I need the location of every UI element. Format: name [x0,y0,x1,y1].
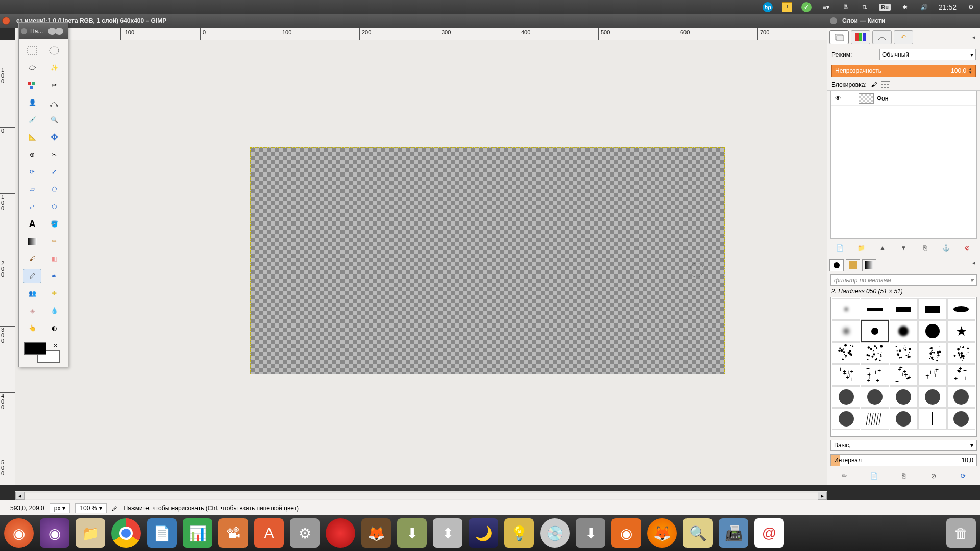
gradients-tab[interactable] [862,259,876,271]
brush-cell[interactable] [918,408,946,430]
hp-icon[interactable]: hp [763,2,773,12]
brush-cell[interactable] [861,342,889,364]
brush-cell[interactable] [890,408,918,430]
perspective-tool[interactable]: ⬠ [45,182,63,196]
brush-cell[interactable]: ++++++++ [947,364,975,386]
impress-icon[interactable]: 📽 [218,518,248,548]
layer-name[interactable]: Фон [877,95,888,102]
opacity-stepper[interactable]: ▲▼ [968,67,972,74]
layer-list[interactable]: 👁 Фон [830,91,977,239]
bucket-fill-tool[interactable]: 🪣 [45,217,63,231]
trash-icon[interactable]: 🗑 [946,518,976,548]
swap-colors-icon[interactable]: ⤭ [53,342,58,349]
power-icon[interactable]: ⚙ [966,2,976,12]
brush-cell[interactable] [918,298,946,320]
duplicate-brush-button[interactable]: ⎘ [898,470,909,482]
close-button[interactable] [2,17,10,25]
brush-category-select[interactable]: Basic,▾ [830,440,977,451]
brush-cell[interactable]: ++++++++ [861,364,889,386]
notification-icon[interactable]: ! [782,2,792,12]
measure-tool[interactable]: 📐 [23,130,41,144]
crop-tool[interactable]: ✂ [45,147,63,162]
dock-close-icon[interactable] [830,17,837,24]
delete-brush-button[interactable]: ⊘ [928,470,939,482]
brush-cell[interactable] [861,386,889,408]
blur-tool[interactable]: 💧 [45,304,63,318]
undo-tab[interactable]: ↶ [894,30,913,44]
rotate-tool[interactable]: ⟳ [23,165,41,179]
brush-cell[interactable] [832,298,860,320]
tor-browser-icon[interactable]: ◉ [40,518,69,548]
color-picker-tool[interactable]: 💉 [23,113,41,127]
scroll-track[interactable] [24,493,818,499]
foreground-color[interactable] [24,342,46,355]
brush-cell[interactable] [832,342,860,364]
duplicate-layer-button[interactable]: ⎘ [919,242,930,254]
usb-icon[interactable]: ⬍ [433,518,462,548]
brush-cell[interactable]: ++++++++ [890,364,918,386]
rect-select-tool[interactable] [23,43,41,58]
paintbrush-tool[interactable]: 🖌 [23,252,41,266]
smudge-tool[interactable]: 👆 [23,321,41,335]
brush-cell[interactable] [890,342,918,364]
brush-grid[interactable]: ★+++++++++++++++++++++++++++++++++++++++… [830,297,977,437]
reader-icon[interactable]: @ [754,518,784,548]
text-tool[interactable]: A [23,217,41,231]
brush-cell[interactable] [947,298,975,320]
opacity-slider[interactable]: Непрозрачность 100,0▲▼ [831,65,976,77]
brush-cell[interactable] [918,386,946,408]
brush-cell[interactable]: ++++++++ [832,364,860,386]
software-center-icon[interactable]: A [254,518,284,548]
volume-icon[interactable]: 🔊 [919,2,929,12]
interval-slider[interactable]: Интервал 10,0 [830,454,977,466]
brush-cell[interactable] [832,320,860,342]
align-tool[interactable]: ⊕ [23,147,41,162]
pencil-tool[interactable]: ✏ [45,234,63,248]
brush-cell[interactable] [947,386,975,408]
brush-cell[interactable] [890,320,918,342]
foreground-select-tool[interactable]: 👤 [23,95,41,110]
brush-cell[interactable]: ++++++++ [918,364,946,386]
cage-tool[interactable]: ⬡ [45,199,63,214]
lock-pixels-icon[interactable]: 🖌 [871,81,877,88]
scanner-icon[interactable]: 📠 [719,518,748,548]
move-tool[interactable]: ✥ [45,130,63,144]
layer-thumbnail[interactable] [859,93,874,104]
downloads-icon[interactable]: ⬇ [397,518,427,548]
update-ok-icon[interactable]: ✓ [801,2,812,12]
brush-cell[interactable] [947,408,975,430]
flip-tool[interactable]: ⇄ [23,199,41,214]
brush-cell[interactable] [832,408,860,430]
unit-select[interactable]: px▾ [50,503,70,513]
color-swatches[interactable]: ⤭ [24,342,60,363]
delete-layer-button[interactable]: ⊘ [962,242,973,254]
files-icon[interactable]: 📁 [76,518,105,548]
fuzzy-select-tool[interactable]: ✨ [45,61,63,75]
zoom-tool[interactable]: 🔍 [45,113,63,127]
printer-icon[interactable]: 🖶 [840,2,850,12]
lock-alpha-icon[interactable] [881,81,890,88]
patterns-tab[interactable] [846,259,860,271]
brush-cell[interactable] [918,342,946,364]
ellipse-select-tool[interactable] [45,43,63,58]
brush-cell[interactable] [861,408,889,430]
anchor-layer-button[interactable]: ⚓ [941,242,952,254]
brush-cell[interactable]: ★ [947,320,975,342]
blender-icon[interactable]: ◉ [611,518,641,548]
brush-cell[interactable] [947,342,975,364]
brush-tab-menu-icon[interactable]: ◂ [970,259,978,271]
brushes-tab[interactable] [829,259,844,271]
shear-tool[interactable]: ▱ [23,182,41,196]
bluetooth-icon[interactable]: ✱ [900,2,910,12]
raise-layer-button[interactable]: ▲ [877,242,888,254]
layer-row[interactable]: 👁 Фон [831,91,976,106]
visibility-icon[interactable]: 👁 [833,95,843,102]
clone-tool[interactable]: 👥 [23,286,41,300]
channels-tab[interactable] [851,30,870,44]
record-icon[interactable] [326,518,355,548]
new-brush-button[interactable]: 📄 [868,470,879,482]
scroll-left-button[interactable]: ◂ [15,492,24,500]
refresh-brushes-button[interactable]: ⟳ [958,470,969,482]
ink-tool[interactable]: ✒ [45,269,63,283]
brush-cell[interactable] [832,386,860,408]
